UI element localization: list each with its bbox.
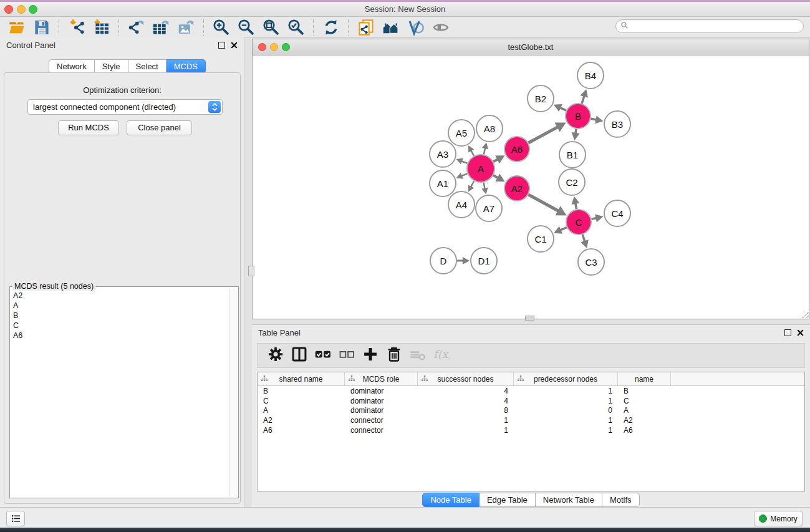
- column-header-predecessor-nodes[interactable]: predecessor nodes: [514, 372, 618, 385]
- tab-node-table[interactable]: Node Table: [422, 493, 480, 507]
- network-from-file-button[interactable]: [357, 18, 375, 37]
- node-C[interactable]: C: [566, 210, 591, 235]
- export-image-button[interactable]: [177, 18, 196, 37]
- node-A[interactable]: A: [467, 155, 494, 182]
- zoom-selected-button[interactable]: [287, 18, 306, 37]
- memory-button[interactable]: Memory: [754, 511, 803, 526]
- tab-network[interactable]: Network: [49, 59, 95, 74]
- delete-columns-button[interactable]: [382, 346, 406, 365]
- node-A2[interactable]: A2: [504, 176, 529, 201]
- close-panel-button[interactable]: Close panel: [127, 120, 192, 135]
- export-table-button[interactable]: [152, 18, 171, 37]
- network-canvas[interactable]: B4B2BB3A5A8A6A3AA1B1C2A2A4A7CC4C1C3DD1: [253, 56, 809, 319]
- show-all-columns-button[interactable]: [311, 346, 335, 365]
- edge-A6-B[interactable]: [528, 127, 557, 143]
- mcds-result-item[interactable]: B: [13, 311, 228, 321]
- mcds-result-item[interactable]: A: [13, 301, 228, 311]
- mcds-result-item[interactable]: C: [13, 321, 228, 331]
- edge-A-A7[interactable]: [484, 183, 485, 189]
- node-A5[interactable]: A5: [448, 120, 475, 146]
- column-header-successor-nodes[interactable]: successor nodes: [418, 372, 514, 385]
- tab-mcds[interactable]: MCDS: [166, 59, 206, 74]
- mcds-result-item[interactable]: A2: [13, 291, 228, 301]
- node-A1[interactable]: A1: [430, 170, 456, 196]
- save-session-button[interactable]: [32, 18, 51, 37]
- apply-layout-button[interactable]: [322, 18, 340, 37]
- column-header-shared-name[interactable]: shared name: [258, 372, 345, 385]
- zoom-out-button[interactable]: [237, 18, 256, 37]
- tab-style[interactable]: Style: [95, 59, 128, 74]
- window-edge-grip[interactable]: [248, 266, 254, 276]
- tab-network-table[interactable]: Network Table: [536, 493, 602, 507]
- import-table-button[interactable]: [92, 18, 111, 37]
- node-C1[interactable]: C1: [528, 226, 554, 252]
- node-C3[interactable]: C3: [578, 249, 604, 275]
- import-network-button[interactable]: [67, 18, 86, 37]
- zoom-in-button[interactable]: [212, 18, 231, 37]
- mcds-result-item[interactable]: A6: [13, 331, 228, 341]
- edge-B-B4[interactable]: [582, 96, 584, 104]
- edge-C-C3[interactable]: [582, 235, 584, 241]
- close-panel-icon[interactable]: [231, 42, 238, 49]
- edge-A-A5[interactable]: [471, 150, 474, 156]
- open-session-button[interactable]: [7, 18, 26, 37]
- create-column-button[interactable]: [359, 346, 382, 365]
- graphics-details-button[interactable]: [407, 18, 425, 37]
- node-A4[interactable]: A4: [448, 191, 475, 218]
- node-C2[interactable]: C2: [559, 169, 585, 195]
- mcds-result-scrollbar[interactable]: [229, 288, 238, 496]
- edge-C-C4[interactable]: [591, 218, 596, 220]
- node-B4[interactable]: B4: [577, 62, 604, 89]
- node-C4[interactable]: C4: [604, 200, 630, 226]
- column-header-mcds-role[interactable]: MCDS role: [345, 372, 418, 385]
- edge-A-A6[interactable]: [493, 159, 498, 162]
- node-A8[interactable]: A8: [476, 115, 503, 142]
- node-A6[interactable]: A6: [504, 137, 529, 162]
- open-ndex-button[interactable]: [382, 18, 400, 37]
- network-window-titlebar[interactable]: testGlobe.txt: [253, 39, 809, 56]
- window-edge-grip[interactable]: [525, 316, 534, 321]
- toggle-panes-button[interactable]: [287, 346, 311, 365]
- edge-A2-C[interactable]: [528, 195, 558, 211]
- tab-select[interactable]: Select: [128, 59, 166, 74]
- export-network-button[interactable]: [127, 18, 146, 37]
- table-row[interactable]: Cdominator41C: [258, 396, 804, 406]
- edge-A-A2[interactable]: [493, 175, 498, 178]
- column-header-name[interactable]: name: [618, 372, 671, 385]
- table-mode-button[interactable]: [264, 346, 287, 365]
- run-mcds-button[interactable]: Run MCDS: [58, 120, 119, 135]
- node-A7[interactable]: A7: [476, 195, 502, 221]
- node-B2[interactable]: B2: [528, 85, 554, 112]
- tab-edge-table[interactable]: Edge Table: [480, 493, 536, 507]
- node-D1[interactable]: D1: [471, 248, 497, 274]
- float-panel-icon[interactable]: [784, 329, 791, 336]
- birds-eye-button[interactable]: [432, 18, 450, 37]
- node-B[interactable]: B: [566, 104, 591, 128]
- edge-A-A8[interactable]: [484, 148, 485, 154]
- table-row[interactable]: Bdominator41B: [258, 386, 804, 396]
- edge-C-C2[interactable]: [576, 203, 577, 209]
- show-panels-menu-button[interactable]: [6, 511, 25, 526]
- search-input[interactable]: [631, 21, 803, 31]
- node-D[interactable]: D: [430, 248, 456, 274]
- float-panel-icon[interactable]: [218, 42, 225, 49]
- edge-B-B3[interactable]: [591, 118, 597, 120]
- table-row[interactable]: A6connector11A6: [258, 425, 804, 435]
- hide-all-columns-button[interactable]: [335, 346, 359, 365]
- node-A3[interactable]: A3: [430, 141, 456, 167]
- edge-B-B1[interactable]: [576, 129, 576, 133]
- node-B1[interactable]: B1: [559, 142, 586, 168]
- table-row[interactable]: A2connector11A2: [258, 415, 804, 425]
- edge-B-B2[interactable]: [560, 108, 566, 111]
- tab-motifs[interactable]: Motifs: [602, 493, 640, 507]
- close-panel-icon[interactable]: [797, 329, 804, 336]
- zoom-fit-button[interactable]: [262, 18, 281, 37]
- edge-A-A3[interactable]: [461, 161, 468, 163]
- node-B3[interactable]: B3: [604, 111, 630, 137]
- table-row[interactable]: Adominator80A: [258, 405, 804, 415]
- edge-A-A4[interactable]: [471, 181, 474, 186]
- mcds-result-list[interactable]: A2ABCA6: [11, 291, 228, 496]
- edge-C-C1[interactable]: [560, 227, 566, 230]
- search-box[interactable]: [615, 19, 804, 33]
- edge-A-A1[interactable]: [461, 173, 468, 176]
